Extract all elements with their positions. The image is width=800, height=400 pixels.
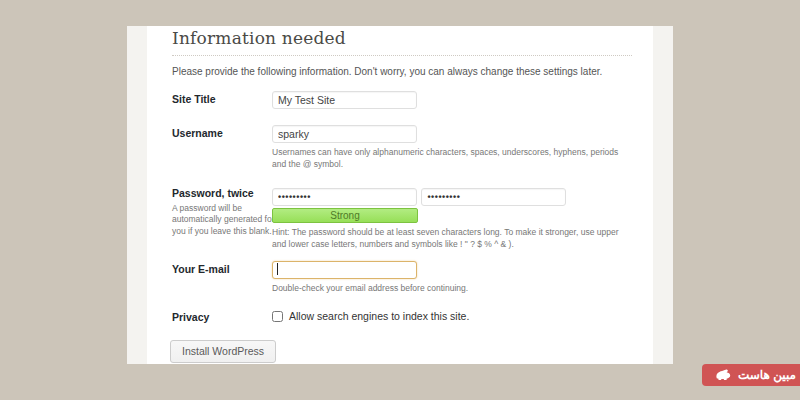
install-form: Information needed Please provide the fo… (172, 28, 632, 363)
username-row: Username Usernames can have only alphanu… (172, 124, 632, 171)
privacy-label: Privacy (172, 308, 272, 323)
right-gutter (653, 26, 673, 364)
page-title-text: Information needed (172, 28, 346, 48)
form-table: Site Title Username Usernames can have o… (172, 90, 632, 363)
password-note: A password will be automatically generat… (172, 203, 276, 237)
install-wordpress-button[interactable]: Install WordPress (170, 340, 276, 363)
email-input[interactable] (272, 261, 417, 279)
watermark-text: مبین هاست (738, 364, 796, 386)
privacy-checkbox[interactable] (272, 311, 283, 322)
intro-text: Please provide the following information… (172, 66, 632, 77)
password-strength-meter: Strong (272, 208, 418, 223)
left-gutter (127, 26, 147, 364)
username-label: Username (172, 124, 272, 139)
site-title-row: Site Title (172, 90, 632, 109)
password-hint-text: Hint: The password should be at least se… (272, 227, 632, 251)
site-title-label: Site Title (172, 90, 272, 105)
username-input[interactable] (272, 125, 417, 143)
watermark-badge: مبین هاست (702, 364, 800, 386)
privacy-row: Privacy Allow search engines to index th… (172, 308, 632, 323)
privacy-checkbox-line[interactable]: Allow search engines to index this site. (272, 308, 632, 322)
username-help-text: Usernames can have only alphanumeric cha… (272, 147, 632, 171)
text-caret (277, 263, 278, 275)
email-row: Your E-mail Double-check your email addr… (172, 260, 632, 295)
password-input-2[interactable] (421, 188, 566, 206)
password-row: Password, twice A password will be autom… (172, 184, 632, 251)
email-label: Your E-mail (172, 260, 272, 275)
email-help-text: Double-check your email address before c… (272, 283, 632, 295)
install-panel: Information needed Please provide the fo… (127, 26, 673, 364)
password-label: Password, twice (172, 187, 272, 199)
page-title: Information needed (172, 28, 632, 56)
site-title-input[interactable] (272, 91, 417, 109)
mabin-host-logo-icon (714, 367, 732, 384)
privacy-checkbox-label: Allow search engines to index this site. (289, 310, 469, 322)
password-input-1[interactable] (272, 188, 417, 206)
